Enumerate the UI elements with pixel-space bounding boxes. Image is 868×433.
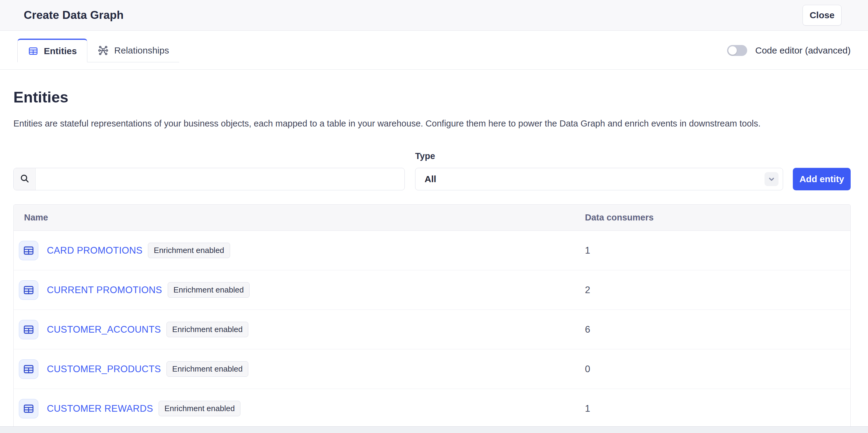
enrichment-badge: Enrichment enabled (166, 361, 248, 377)
entity-link[interactable]: CUSTOMER_PRODUCTS (47, 364, 161, 375)
enrichment-badge: Enrichment enabled (166, 322, 248, 337)
enrichment-badge: Enrichment enabled (159, 401, 241, 416)
data-consumers-value: 0 (585, 364, 850, 375)
tab-group: Entities (17, 39, 179, 62)
enrichment-badge: Enrichment enabled (148, 243, 230, 258)
modal-header: Create Data Graph Close (0, 0, 868, 31)
table-row[interactable]: CUSTOMER REWARDS Enrichment enabled 1 (14, 389, 850, 428)
controls-row: Type All Add entity (13, 151, 851, 190)
search-input[interactable] (36, 168, 404, 190)
entity-table-icon (19, 320, 38, 339)
code-editor-toggle-group: Code editor (advanced) (727, 39, 851, 62)
tab-label: Entities (44, 46, 77, 56)
entity-table-icon (19, 359, 38, 379)
table-row[interactable]: CURRENT PROMOTIONS Enrichment enabled 2 (14, 270, 850, 310)
type-filter-group: Type All (415, 151, 783, 190)
search-box (13, 168, 405, 190)
enrichment-badge: Enrichment enabled (168, 282, 250, 298)
toggle-knob (728, 46, 737, 55)
page-title: Create Data Graph (24, 9, 124, 22)
entities-table: Name Data consumers CARD PROMOTIONS Enri… (13, 204, 851, 428)
tab-label: Relationships (114, 45, 169, 56)
entity-link[interactable]: CARD PROMOTIONS (47, 245, 143, 256)
table-row[interactable]: CUSTOMER_PRODUCTS Enrichment enabled 0 (14, 349, 850, 389)
code-editor-toggle[interactable] (727, 45, 747, 56)
table-icon (28, 46, 38, 56)
type-filter-label: Type (415, 151, 783, 161)
column-header-name: Name (14, 212, 585, 223)
modal-footer-edge (0, 426, 868, 433)
section-heading: Entities (13, 89, 851, 106)
table-row[interactable]: CARD PROMOTIONS Enrichment enabled 1 (14, 231, 850, 270)
type-filter-value: All (425, 174, 436, 184)
code-editor-toggle-label: Code editor (advanced) (755, 45, 851, 56)
entity-table-icon (19, 241, 38, 260)
column-header-data-consumers: Data consumers (585, 212, 850, 223)
add-entity-button[interactable]: Add entity (793, 168, 851, 190)
entity-link[interactable]: CUSTOMER_ACCOUNTS (47, 324, 161, 335)
search-icon (20, 173, 30, 185)
type-filter-select[interactable]: All (415, 168, 783, 190)
name-cell: CUSTOMER_ACCOUNTS Enrichment enabled (14, 320, 585, 339)
tab-relationships[interactable]: Relationships (87, 39, 179, 62)
relationships-graph-icon (98, 45, 108, 56)
table-header-row: Name Data consumers (14, 205, 850, 231)
entity-table-icon (19, 399, 38, 419)
name-cell: CUSTOMER_PRODUCTS Enrichment enabled (14, 359, 585, 379)
tab-bar: Entities (0, 31, 868, 70)
data-consumers-value: 1 (585, 403, 850, 414)
entity-link[interactable]: CURRENT PROMOTIONS (47, 285, 162, 296)
tab-entities[interactable]: Entities (17, 39, 87, 62)
data-consumers-value: 1 (585, 245, 850, 256)
section-description: Entities are stateful representations of… (13, 117, 851, 130)
table-row[interactable]: CUSTOMER_ACCOUNTS Enrichment enabled 6 (14, 310, 850, 349)
name-cell: CARD PROMOTIONS Enrichment enabled (14, 241, 585, 260)
entity-table-icon (19, 280, 38, 300)
name-cell: CUSTOMER REWARDS Enrichment enabled (14, 399, 585, 419)
name-cell: CURRENT PROMOTIONS Enrichment enabled (14, 280, 585, 300)
entity-link[interactable]: CUSTOMER REWARDS (47, 403, 153, 414)
search-prefix (14, 168, 36, 190)
close-button[interactable]: Close (803, 5, 841, 26)
entities-section: Entities Entities are stateful represent… (0, 89, 868, 428)
chevron-down-icon (765, 172, 778, 186)
data-consumers-value: 2 (585, 285, 850, 296)
data-consumers-value: 6 (585, 324, 850, 335)
